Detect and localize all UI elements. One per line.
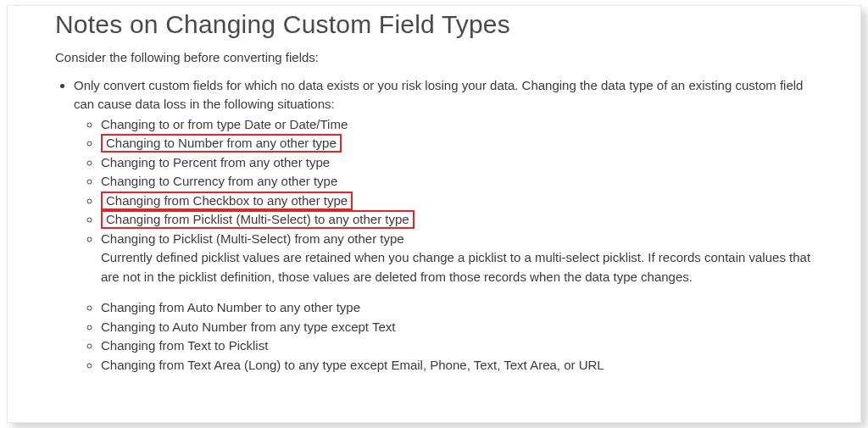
top-list: Only convert custom fields for which no … (55, 76, 813, 375)
list-item: Changing from Checkbox to any other type (101, 192, 813, 211)
list-item: Changing to Number from any other type (101, 134, 813, 153)
page-title: Notes on Changing Custom Field Types (55, 9, 813, 40)
highlight-box: Changing from Picklist (Multi-Select) to… (101, 210, 415, 229)
list-item: Changing from Auto Number to any other t… (101, 298, 813, 318)
lead-item: Only convert custom fields for which no … (74, 76, 813, 375)
list-item: Changing to Currency from any other type (101, 172, 813, 192)
list-item: Changing from Picklist (Multi-Select) to… (101, 210, 813, 230)
list-item: Changing from Text to Picklist (101, 336, 813, 356)
document-card: { "title": "Notes on Changing Custom Fie… (7, 5, 861, 423)
list-item: Changing to Percent from any other type (101, 153, 813, 173)
lead-text: Only convert custom fields for which no … (74, 78, 803, 111)
list-item: Changing to or from type Date or Date/Ti… (101, 115, 813, 135)
situation-list-1: Changing to or from type Date or Date/Ti… (74, 115, 813, 287)
highlight-box: Changing from Checkbox to any other type (101, 192, 353, 210)
list-item: Changing to Auto Number from any type ex… (101, 318, 813, 337)
list-item: Changing to Picklist (Multi-Select) from… (101, 230, 813, 287)
highlight-box: Changing to Number from any other type (101, 134, 342, 153)
situation-list-2: Changing from Auto Number to any other t… (74, 298, 813, 375)
list-item: Changing from Text Area (Long) to any ty… (101, 356, 813, 375)
intro-text: Consider the following before converting… (55, 50, 813, 64)
list-item-note: Currently defined picklist values are re… (101, 248, 813, 286)
